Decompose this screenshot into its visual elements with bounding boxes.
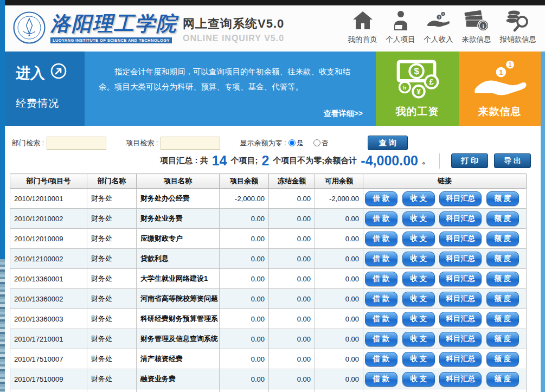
- nav-reimbursement-info[interactable]: 报销款信息: [500, 8, 537, 44]
- zero-no-radio[interactable]: [313, 139, 320, 146]
- projects-table: 部门号/项目号 部门名称 项目名称 项目余额 冻结金额 可用余额 链接 2010…: [10, 173, 527, 392]
- cell-frozen: 0.00: [269, 249, 315, 269]
- loan-button[interactable]: 借 款: [365, 191, 397, 206]
- right-background-strip: [541, 52, 545, 392]
- enter-label: 进入: [16, 63, 45, 83]
- income-expense-button[interactable]: 收 支: [402, 232, 435, 246]
- quota-button[interactable]: 额 度: [486, 332, 519, 346]
- income-expense-button[interactable]: 收 支: [402, 292, 435, 306]
- quota-button[interactable]: 额 度: [486, 292, 519, 306]
- loan-button[interactable]: 借 款: [365, 232, 397, 246]
- income-expense-button[interactable]: 收 支: [402, 252, 435, 266]
- cell-available: [315, 389, 363, 392]
- money-info-icon: i: [464, 8, 490, 33]
- loan-button[interactable]: 借 款: [365, 252, 397, 266]
- quota-button[interactable]: 额 度: [486, 372, 519, 387]
- cell-balance: 0.00: [220, 309, 269, 329]
- cell-project: 大学生就业网络建设1: [137, 269, 220, 289]
- nav-label: 报销款信息: [500, 35, 537, 44]
- nav-label: 个人项目: [386, 35, 415, 44]
- export-button[interactable]: 导 出: [494, 153, 531, 168]
- subject-summary-button[interactable]: 科目汇总: [439, 272, 482, 286]
- incoming-funds-tile[interactable]: 1 1 来款信息: [459, 52, 541, 126]
- loan-button[interactable]: 借 款: [365, 312, 397, 326]
- salary-tile-label: 我的工资: [396, 105, 439, 119]
- query-button[interactable]: 查 询: [368, 136, 408, 150]
- cell-dept: 财务处: [87, 289, 137, 309]
- loan-button[interactable]: 借 款: [365, 292, 397, 306]
- subject-summary-button[interactable]: 科目汇总: [439, 191, 482, 206]
- view-detail-link[interactable]: 查看详细>>: [324, 109, 363, 119]
- print-button[interactable]: 打 印: [451, 153, 488, 168]
- subject-summary-button[interactable]: 科目汇总: [439, 211, 482, 226]
- cell-balance: 0.00: [220, 249, 269, 269]
- summary-prefix: 项目汇总 : 共: [160, 156, 208, 166]
- quota-button[interactable]: 额 度: [486, 352, 519, 367]
- income-expense-button[interactable]: 收 支: [402, 372, 435, 387]
- cell-balance: -2,000.00: [220, 189, 269, 209]
- income-expense-button[interactable]: 收 支: [402, 332, 435, 346]
- row-actions: 借 款 收 支 科目汇总 额 度: [363, 349, 527, 369]
- cell-id: 2010/12010001: [10, 189, 87, 209]
- subject-summary-button[interactable]: 科目汇总: [439, 332, 482, 346]
- loan-button[interactable]: 借 款: [365, 372, 397, 387]
- nav-home[interactable]: 我的首页: [348, 8, 377, 44]
- zero-yes-option[interactable]: 是: [288, 138, 304, 148]
- filter-bar: 部门检索 : 项目检索 : 显示余额为零 : 是 否 查 询: [5, 126, 541, 150]
- cell-id: 2010/13360003: [10, 309, 87, 329]
- cell-balance: [220, 389, 269, 392]
- loan-button[interactable]: 借 款: [365, 211, 397, 226]
- income-expense-button[interactable]: 收 支: [402, 272, 435, 286]
- row-actions: 借 款 收 支 科目汇总 额 度: [363, 189, 527, 209]
- cell-project: 财务管理及信息查询系统: [137, 329, 220, 349]
- project-search-input[interactable]: [161, 137, 220, 150]
- system-title-cn: 网上查询系统V5.0: [183, 16, 284, 32]
- row-actions: 借 款 收 支 科目汇总 额 度: [363, 289, 527, 309]
- table-row: 2010/12010002 财务处 财务处业务费 0.00 0.00 0.00 …: [10, 209, 527, 229]
- quota-button[interactable]: 额 度: [486, 312, 519, 326]
- loan-button[interactable]: 借 款: [365, 332, 397, 346]
- subject-summary-button[interactable]: 科目汇总: [439, 312, 482, 326]
- table-row: 2010/12010001 财务处 财务处办公经费 -2,000.00 0.00…: [10, 189, 527, 209]
- home-icon: [351, 8, 374, 33]
- quota-button[interactable]: 额 度: [486, 232, 519, 246]
- top-bar: [5, 0, 545, 5]
- enter-funds-tile[interactable]: 进入 经费情况: [5, 52, 85, 126]
- loan-button[interactable]: 借 款: [365, 272, 397, 286]
- income-expense-button[interactable]: 收 支: [402, 312, 435, 326]
- subject-summary-button[interactable]: 科目汇总: [439, 232, 482, 246]
- quota-button[interactable]: 额 度: [486, 211, 519, 226]
- system-title: 网上查询系统V5.0 ONLINE INQUIRY V5.0: [183, 14, 284, 43]
- header-frozen-amount: 冻结金额: [269, 174, 315, 189]
- zero-no-option[interactable]: 否: [313, 138, 329, 148]
- cell-available: 0.00: [315, 309, 363, 329]
- cell-project: 清产核资经费: [137, 349, 220, 369]
- university-seal-logo: [12, 11, 46, 47]
- quota-button[interactable]: 额 度: [486, 252, 519, 266]
- quota-button[interactable]: 额 度: [486, 272, 519, 286]
- cell-id: 2010/12010002: [10, 209, 87, 229]
- total-project-count: 14: [212, 153, 227, 169]
- nav-incoming-funds[interactable]: i 来款信息: [462, 8, 491, 44]
- subject-summary-button[interactable]: 科目汇总: [439, 372, 482, 387]
- subject-summary-button[interactable]: 科目汇总: [439, 252, 482, 266]
- nav-personal-projects[interactable]: 个人项目: [386, 8, 415, 44]
- nonzero-project-count: 2: [261, 153, 269, 169]
- table-row: 2010/17510007 财务处 清产核资经费 0.00 0.00 0.00 …: [10, 349, 527, 369]
- subject-summary-button[interactable]: 科目汇总: [439, 292, 482, 306]
- cell-frozen: 0.00: [269, 309, 315, 329]
- content: 部门检索 : 项目检索 : 显示余额为零 : 是 否 查 询 项目汇总 : 共 …: [5, 126, 541, 392]
- subject-summary-button[interactable]: 科目汇总: [439, 352, 482, 367]
- quota-button[interactable]: 额 度: [486, 191, 519, 206]
- zero-yes-radio[interactable]: [288, 139, 296, 146]
- income-expense-button[interactable]: 收 支: [402, 352, 435, 367]
- cell-balance: 0.00: [220, 209, 269, 229]
- dept-search-input[interactable]: [47, 137, 106, 150]
- nav-personal-income[interactable]: 1 1 个人收入: [424, 8, 453, 44]
- cell-available: 0.00: [315, 249, 363, 269]
- cell-available: 0.00: [315, 369, 363, 389]
- income-expense-button[interactable]: 收 支: [402, 191, 435, 206]
- income-expense-button[interactable]: 收 支: [402, 211, 435, 226]
- my-salary-tile[interactable]: $ £ fr ¥ 我的工资: [376, 52, 459, 126]
- loan-button[interactable]: 借 款: [365, 352, 397, 367]
